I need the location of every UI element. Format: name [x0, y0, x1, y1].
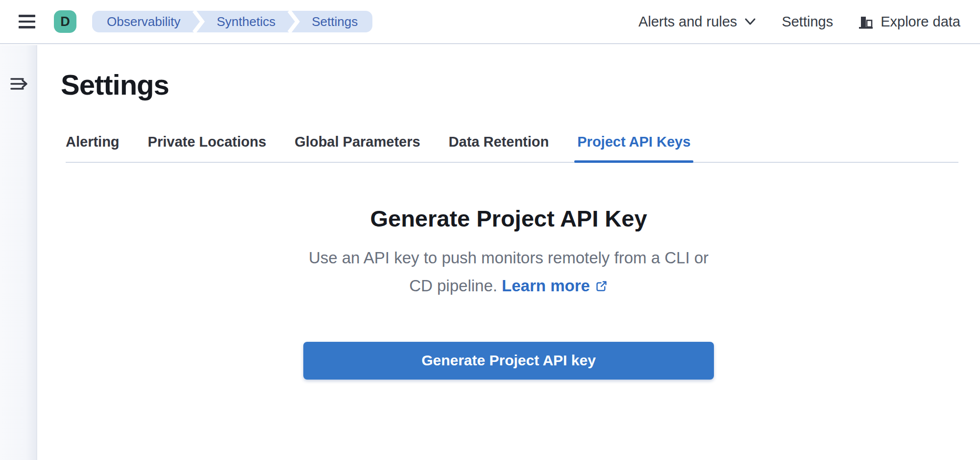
main-content: Settings Alerting Private Locations Glob… — [37, 45, 980, 460]
learn-more-label: Learn more — [502, 277, 590, 295]
explore-data-link[interactable]: Explore data — [858, 13, 960, 30]
panel-description: Use an API key to push monitors remotely… — [37, 244, 980, 300]
expand-sidebar-button[interactable] — [10, 76, 29, 92]
alerts-and-rules-menu[interactable]: Alerts and rules — [638, 14, 758, 30]
tab-global-parameters[interactable]: Global Parameters — [294, 134, 420, 162]
generate-api-key-button[interactable]: Generate Project API key — [303, 342, 714, 380]
tab-data-retention[interactable]: Data Retention — [449, 134, 549, 162]
breadcrumb-chevron-icon — [287, 11, 300, 32]
settings-link-label: Settings — [782, 14, 833, 30]
breadcrumb: Observability Synthetics Settings — [92, 11, 372, 32]
avatar-letter: D — [60, 14, 70, 29]
tab-alerting[interactable]: Alerting — [66, 134, 120, 162]
header-actions: Alerts and rules Settings Explore data — [638, 13, 960, 30]
tab-private-locations[interactable]: Private Locations — [148, 134, 267, 162]
learn-more-link[interactable]: Learn more — [502, 277, 608, 295]
hamburger-menu-icon[interactable] — [19, 12, 38, 31]
space-avatar[interactable]: D — [54, 10, 76, 33]
description-line-2: CD pipeline. — [409, 277, 497, 295]
breadcrumb-item-synthetics[interactable]: Synthetics — [205, 11, 287, 32]
description-line-1: Use an API key to push monitors remotely… — [309, 249, 709, 267]
external-link-icon — [595, 280, 608, 293]
page-title: Settings — [61, 69, 980, 102]
settings-tabs: Alerting Private Locations Global Parame… — [66, 134, 958, 163]
settings-link[interactable]: Settings — [782, 14, 833, 30]
breadcrumb-item-observability[interactable]: Observability — [92, 11, 192, 32]
generate-api-key-panel: Generate Project API Key Use an API key … — [37, 205, 980, 380]
alerts-and-rules-label: Alerts and rules — [638, 14, 737, 30]
collapsed-sidebar — [0, 45, 37, 460]
panel-heading: Generate Project API Key — [37, 205, 980, 232]
menu-right-icon — [10, 76, 29, 92]
top-header: D Observability Synthetics Settings Aler… — [0, 0, 980, 44]
tab-project-api-keys[interactable]: Project API Keys — [577, 134, 690, 162]
breadcrumb-item-settings[interactable]: Settings — [300, 11, 372, 32]
explore-data-label: Explore data — [881, 14, 960, 30]
breadcrumb-chevron-icon — [192, 11, 205, 32]
bar-chart-icon — [858, 13, 874, 30]
chevron-down-icon — [743, 15, 757, 28]
